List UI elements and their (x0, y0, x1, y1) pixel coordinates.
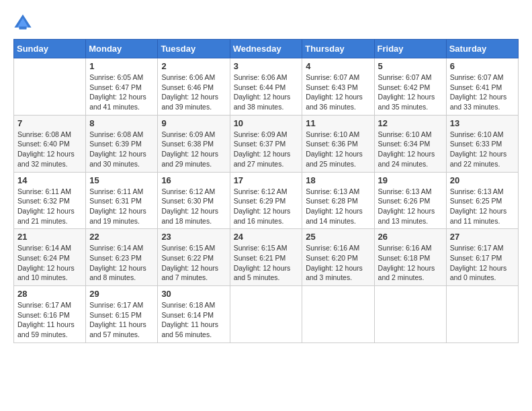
day-header-wednesday: Wednesday (230, 40, 302, 58)
calendar-cell: 1Sunrise: 6:05 AM Sunset: 6:47 PM Daylig… (86, 58, 158, 116)
calendar-cell: 29Sunrise: 6:17 AM Sunset: 6:15 PM Dayli… (86, 286, 158, 343)
day-info: Sunrise: 6:10 AM Sunset: 6:34 PM Dayligh… (378, 130, 443, 169)
day-number: 23 (161, 232, 226, 242)
day-number: 9 (161, 118, 226, 128)
day-number: 7 (17, 118, 82, 128)
calendar-cell: 8Sunrise: 6:08 AM Sunset: 6:39 PM Daylig… (86, 115, 158, 172)
calendar-cell: 17Sunrise: 6:12 AM Sunset: 6:29 PM Dayli… (230, 172, 302, 229)
day-info: Sunrise: 6:11 AM Sunset: 6:31 PM Dayligh… (89, 187, 154, 226)
calendar-cell: 9Sunrise: 6:09 AM Sunset: 6:38 PM Daylig… (158, 115, 230, 172)
day-info: Sunrise: 6:16 AM Sunset: 6:18 PM Dayligh… (378, 243, 443, 283)
calendar-table: SundayMondayTuesdayWednesdayThursdayFrid… (13, 39, 519, 343)
day-info: Sunrise: 6:06 AM Sunset: 6:44 PM Dayligh… (234, 73, 299, 112)
day-info: Sunrise: 6:13 AM Sunset: 6:26 PM Dayligh… (378, 187, 443, 226)
day-number: 22 (89, 232, 154, 242)
day-info: Sunrise: 6:12 AM Sunset: 6:29 PM Dayligh… (234, 187, 299, 226)
day-info: Sunrise: 6:07 AM Sunset: 6:41 PM Dayligh… (450, 73, 515, 112)
calendar-cell: 28Sunrise: 6:17 AM Sunset: 6:16 PM Dayli… (14, 286, 86, 343)
day-number: 21 (17, 232, 82, 242)
day-number: 11 (306, 118, 370, 128)
calendar-cell: 14Sunrise: 6:11 AM Sunset: 6:32 PM Dayli… (14, 172, 86, 229)
day-info: Sunrise: 6:05 AM Sunset: 6:47 PM Dayligh… (89, 73, 154, 112)
calendar-cell: 30Sunrise: 6:18 AM Sunset: 6:14 PM Dayli… (158, 286, 230, 343)
calendar-cell: 19Sunrise: 6:13 AM Sunset: 6:26 PM Dayli… (374, 172, 446, 229)
svg-rect-2 (19, 27, 26, 30)
day-number: 20 (450, 175, 515, 185)
day-info: Sunrise: 6:10 AM Sunset: 6:36 PM Dayligh… (306, 130, 370, 169)
day-info: Sunrise: 6:09 AM Sunset: 6:38 PM Dayligh… (161, 130, 226, 169)
day-info: Sunrise: 6:12 AM Sunset: 6:30 PM Dayligh… (161, 187, 226, 226)
day-info: Sunrise: 6:13 AM Sunset: 6:28 PM Dayligh… (306, 187, 370, 226)
day-number: 25 (306, 232, 370, 242)
day-header-thursday: Thursday (302, 40, 374, 58)
day-number: 19 (378, 175, 443, 185)
day-number: 24 (234, 232, 299, 242)
day-info: Sunrise: 6:17 AM Sunset: 6:15 PM Dayligh… (89, 300, 154, 340)
day-number: 5 (378, 61, 443, 71)
day-number: 28 (17, 289, 82, 299)
calendar-cell (374, 286, 446, 343)
day-number: 17 (234, 175, 299, 185)
calendar-cell (14, 58, 86, 116)
day-number: 3 (234, 61, 299, 71)
day-number: 14 (17, 175, 82, 185)
day-number: 2 (161, 61, 226, 71)
calendar-cell: 11Sunrise: 6:10 AM Sunset: 6:36 PM Dayli… (302, 115, 374, 172)
day-number: 13 (450, 118, 515, 128)
calendar-cell: 24Sunrise: 6:15 AM Sunset: 6:21 PM Dayli… (230, 229, 302, 286)
day-info: Sunrise: 6:15 AM Sunset: 6:22 PM Dayligh… (161, 243, 226, 283)
day-info: Sunrise: 6:14 AM Sunset: 6:24 PM Dayligh… (17, 243, 82, 283)
calendar-cell: 2Sunrise: 6:06 AM Sunset: 6:46 PM Daylig… (158, 58, 230, 116)
day-info: Sunrise: 6:13 AM Sunset: 6:25 PM Dayligh… (450, 187, 515, 226)
day-number: 15 (89, 175, 154, 185)
calendar-cell: 16Sunrise: 6:12 AM Sunset: 6:30 PM Dayli… (158, 172, 230, 229)
day-info: Sunrise: 6:15 AM Sunset: 6:21 PM Dayligh… (234, 243, 299, 283)
calendar-cell: 26Sunrise: 6:16 AM Sunset: 6:18 PM Dayli… (374, 229, 446, 286)
day-header-monday: Monday (86, 40, 158, 58)
calendar-cell: 20Sunrise: 6:13 AM Sunset: 6:25 PM Dayli… (446, 172, 518, 229)
calendar-week-row: 1Sunrise: 6:05 AM Sunset: 6:47 PM Daylig… (14, 58, 519, 116)
calendar-cell (230, 286, 302, 343)
day-number: 8 (89, 118, 154, 128)
calendar-cell: 23Sunrise: 6:15 AM Sunset: 6:22 PM Dayli… (158, 229, 230, 286)
day-number: 12 (378, 118, 443, 128)
day-info: Sunrise: 6:18 AM Sunset: 6:14 PM Dayligh… (161, 300, 226, 340)
day-header-tuesday: Tuesday (158, 40, 230, 58)
day-number: 29 (89, 289, 154, 299)
day-info: Sunrise: 6:11 AM Sunset: 6:32 PM Dayligh… (17, 187, 82, 226)
day-number: 1 (89, 61, 154, 71)
day-info: Sunrise: 6:10 AM Sunset: 6:33 PM Dayligh… (450, 130, 515, 169)
day-number: 30 (161, 289, 226, 299)
calendar-week-row: 21Sunrise: 6:14 AM Sunset: 6:24 PM Dayli… (14, 229, 519, 286)
calendar-cell: 10Sunrise: 6:09 AM Sunset: 6:37 PM Dayli… (230, 115, 302, 172)
day-info: Sunrise: 6:08 AM Sunset: 6:40 PM Dayligh… (17, 130, 82, 169)
day-header-saturday: Saturday (446, 40, 518, 58)
day-info: Sunrise: 6:07 AM Sunset: 6:42 PM Dayligh… (378, 73, 443, 112)
day-number: 18 (306, 175, 370, 185)
calendar-week-row: 14Sunrise: 6:11 AM Sunset: 6:32 PM Dayli… (14, 172, 519, 229)
day-info: Sunrise: 6:16 AM Sunset: 6:20 PM Dayligh… (306, 243, 370, 283)
logo-icon (13, 13, 32, 32)
day-info: Sunrise: 6:08 AM Sunset: 6:39 PM Dayligh… (89, 130, 154, 169)
calendar-cell: 7Sunrise: 6:08 AM Sunset: 6:40 PM Daylig… (14, 115, 86, 172)
day-info: Sunrise: 6:17 AM Sunset: 6:17 PM Dayligh… (450, 243, 515, 283)
calendar-cell: 3Sunrise: 6:06 AM Sunset: 6:44 PM Daylig… (230, 58, 302, 116)
calendar-cell: 13Sunrise: 6:10 AM Sunset: 6:33 PM Dayli… (446, 115, 518, 172)
calendar-header-row: SundayMondayTuesdayWednesdayThursdayFrid… (14, 40, 519, 58)
calendar-cell: 6Sunrise: 6:07 AM Sunset: 6:41 PM Daylig… (446, 58, 518, 116)
day-number: 26 (378, 232, 443, 242)
day-number: 16 (161, 175, 226, 185)
day-info: Sunrise: 6:14 AM Sunset: 6:23 PM Dayligh… (89, 243, 154, 283)
calendar-cell: 22Sunrise: 6:14 AM Sunset: 6:23 PM Dayli… (86, 229, 158, 286)
day-header-friday: Friday (374, 40, 446, 58)
calendar-week-row: 7Sunrise: 6:08 AM Sunset: 6:40 PM Daylig… (14, 115, 519, 172)
day-info: Sunrise: 6:06 AM Sunset: 6:46 PM Dayligh… (161, 73, 226, 112)
day-info: Sunrise: 6:09 AM Sunset: 6:37 PM Dayligh… (234, 130, 299, 169)
calendar-cell: 21Sunrise: 6:14 AM Sunset: 6:24 PM Dayli… (14, 229, 86, 286)
logo (13, 13, 35, 32)
calendar-week-row: 28Sunrise: 6:17 AM Sunset: 6:16 PM Dayli… (14, 286, 519, 343)
calendar-cell: 27Sunrise: 6:17 AM Sunset: 6:17 PM Dayli… (446, 229, 518, 286)
day-info: Sunrise: 6:07 AM Sunset: 6:43 PM Dayligh… (306, 73, 370, 112)
calendar-cell: 15Sunrise: 6:11 AM Sunset: 6:31 PM Dayli… (86, 172, 158, 229)
calendar-cell (302, 286, 374, 343)
